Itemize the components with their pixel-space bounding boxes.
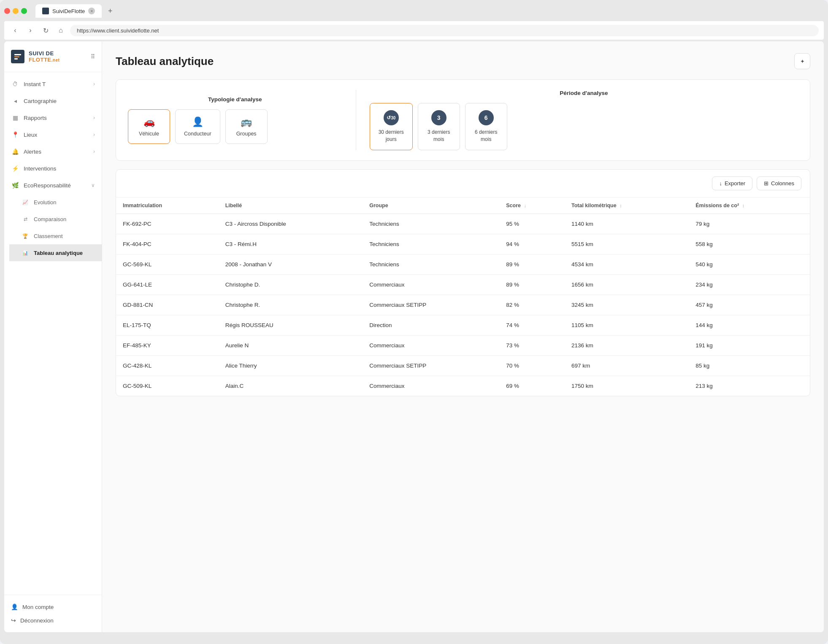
cell-immatriculation: GC-428-KL bbox=[116, 355, 219, 376]
active-tab[interactable]: SuiviDeFlotte × bbox=[35, 4, 102, 18]
cell-emissions: 558 kg bbox=[689, 234, 810, 254]
export-label: Exporter bbox=[725, 180, 745, 187]
table-body: FK-692-PCC3 - Aircross DisponibleTechnic… bbox=[116, 214, 810, 396]
cell-groupe: Commerciaux SETIPP bbox=[363, 295, 499, 315]
sidebar-logo-area: SUIVI DE FLOTTE.net ⠿ bbox=[4, 41, 102, 72]
col-score-label: Score bbox=[506, 203, 521, 208]
sidebar-label-tableau-analytique: Tableau analytique bbox=[34, 250, 95, 256]
typology-conducteur[interactable]: 👤 Conducteur bbox=[175, 109, 220, 144]
tab-close-button[interactable]: × bbox=[88, 8, 95, 14]
sidebar-item-interventions[interactable]: ⚡ Interventions bbox=[4, 160, 102, 177]
columns-button[interactable]: ⊞ Colonnes bbox=[757, 176, 801, 190]
sidebar-item-rapports[interactable]: ▦ Rapports › bbox=[4, 109, 102, 126]
reload-button[interactable]: ↻ bbox=[40, 24, 51, 36]
sidebar-item-comparaison[interactable]: ⇄ Comparaison bbox=[9, 211, 102, 227]
sidebar-label-interventions: Interventions bbox=[24, 165, 95, 172]
cell-libelle: C3 - Rémi.H bbox=[219, 234, 363, 254]
footer-label-mon-compte: Mon compte bbox=[22, 604, 54, 610]
period-group: Période d'analyse ↺30 30 derniersjours 3… bbox=[370, 90, 798, 150]
cell-emissions: 85 kg bbox=[689, 355, 810, 376]
footer-mon-compte[interactable]: 👤 Mon compte bbox=[11, 600, 95, 614]
cell-total_km: 2136 km bbox=[565, 335, 689, 355]
cell-total_km: 697 km bbox=[565, 355, 689, 376]
period-30j-icon: ↺30 bbox=[384, 110, 399, 125]
maximize-traffic-light[interactable] bbox=[21, 8, 27, 14]
col-immatriculation-label: Immatriculation bbox=[123, 203, 162, 208]
col-emissions[interactable]: Émissions de co² ↕ bbox=[689, 198, 810, 214]
chevron-right-icon: › bbox=[93, 81, 95, 87]
forward-button[interactable]: › bbox=[24, 24, 36, 36]
col-total-km-label: Total kilométrique bbox=[571, 203, 617, 208]
cell-emissions: 234 kg bbox=[689, 274, 810, 295]
col-score[interactable]: Score ↓ bbox=[499, 198, 565, 214]
traffic-lights bbox=[4, 8, 27, 14]
sidebar-label-comparaison: Comparaison bbox=[34, 216, 95, 222]
period-3m[interactable]: 3 3 derniersmois bbox=[418, 103, 460, 150]
col-total-km[interactable]: Total kilométrique ↕ bbox=[565, 198, 689, 214]
cell-groupe: Techniciens bbox=[363, 254, 499, 274]
cell-groupe: Direction bbox=[363, 315, 499, 335]
browser-window: SuiviDeFlotte × + ‹ › ↻ ⌂ SUIVI DE bbox=[0, 0, 828, 644]
cell-groupe: Commerciaux SETIPP bbox=[363, 355, 499, 376]
home-button[interactable]: ⌂ bbox=[55, 24, 67, 36]
logo-text: SUIVI DE FLOTTE.net bbox=[29, 50, 87, 63]
sidebar-navigation: ⏱ Instant T › ◂ Cartographie ▦ Rapports … bbox=[4, 72, 102, 595]
ecoresponsabilite-submenu: 📈 Evolution ⇄ Comparaison 🏆 Classement 📊… bbox=[4, 194, 102, 261]
sidebar-item-tableau-analytique[interactable]: 📊 Tableau analytique bbox=[9, 244, 102, 261]
close-traffic-light[interactable] bbox=[4, 8, 10, 14]
col-immatriculation: Immatriculation bbox=[116, 198, 219, 214]
new-tab-button[interactable]: + bbox=[103, 4, 117, 18]
table-section: ↓ Exporter ⊞ Colonnes Immatriculation bbox=[116, 169, 810, 396]
typology-title: Typologie d'analyse bbox=[128, 96, 342, 103]
table-row: GG-641-LEChristophe D.Commerciaux89 %165… bbox=[116, 274, 810, 295]
minimize-traffic-light[interactable] bbox=[13, 8, 19, 14]
sidebar-item-lieux[interactable]: 📍 Lieux › bbox=[4, 126, 102, 143]
sidebar-item-cartographie[interactable]: ◂ Cartographie bbox=[4, 92, 102, 109]
sidebar-label-lieux: Lieux bbox=[24, 132, 89, 138]
cell-immatriculation: GC-569-KL bbox=[116, 254, 219, 274]
logo-icon bbox=[11, 50, 24, 63]
sidebar-item-evolution[interactable]: 📈 Evolution bbox=[9, 194, 102, 211]
classement-icon: 🏆 bbox=[21, 232, 30, 240]
back-button[interactable]: ‹ bbox=[9, 24, 21, 36]
sidebar-item-instant-t[interactable]: ⏱ Instant T › bbox=[4, 76, 102, 92]
period-30j[interactable]: ↺30 30 derniersjours bbox=[370, 103, 413, 150]
sort-km-icon: ↕ bbox=[620, 203, 622, 208]
titlebar: SuiviDeFlotte × + bbox=[4, 4, 824, 18]
columns-icon: ⊞ bbox=[764, 180, 768, 187]
typology-vehicule[interactable]: 🚗 Véhicule bbox=[128, 109, 170, 144]
cell-score: 73 % bbox=[499, 335, 565, 355]
cell-score: 70 % bbox=[499, 355, 565, 376]
sidebar-item-classement[interactable]: 🏆 Classement bbox=[9, 227, 102, 244]
conducteur-label: Conducteur bbox=[184, 131, 211, 137]
cell-immatriculation: FK-404-PC bbox=[116, 234, 219, 254]
settings-button[interactable]: ✦ bbox=[794, 53, 810, 69]
period-3m-label: 3 derniersmois bbox=[428, 129, 450, 143]
period-6m[interactable]: 6 6 derniersmois bbox=[465, 103, 507, 150]
sidebar-item-ecoresponsabilite[interactable]: 🌿 EcoResponsabilité ∨ bbox=[4, 177, 102, 194]
grid-icon[interactable]: ⠿ bbox=[91, 53, 95, 60]
header-row: Immatriculation Libellé Groupe Score ↓ bbox=[116, 198, 810, 214]
cell-emissions: 144 kg bbox=[689, 315, 810, 335]
svg-rect-2 bbox=[14, 58, 18, 60]
cell-immatriculation: GG-641-LE bbox=[116, 274, 219, 295]
cell-groupe: Commerciaux bbox=[363, 274, 499, 295]
settings-icon: ✦ bbox=[800, 58, 805, 65]
table-row: GD-881-CNChristophe R.Commerciaux SETIPP… bbox=[116, 295, 810, 315]
ecoresponsabilite-icon: 🌿 bbox=[11, 181, 19, 189]
address-bar[interactable] bbox=[70, 25, 819, 36]
alertes-icon: 🔔 bbox=[11, 147, 19, 156]
typology-groupes[interactable]: 🚌 Groupes bbox=[225, 109, 268, 144]
footer-deconnexion[interactable]: ↪ Déconnexion bbox=[11, 614, 95, 627]
footer-label-deconnexion: Déconnexion bbox=[20, 617, 54, 624]
comparaison-icon: ⇄ bbox=[21, 215, 30, 223]
cell-groupe: Commerciaux bbox=[363, 335, 499, 355]
sidebar-item-alertes[interactable]: 🔔 Alertes › bbox=[4, 143, 102, 160]
instant-t-icon: ⏱ bbox=[11, 80, 19, 88]
cell-emissions: 213 kg bbox=[689, 376, 810, 396]
tab-favicon bbox=[42, 8, 49, 14]
app-container: SUIVI DE FLOTTE.net ⠿ ⏱ Instant T › ◂ Ca… bbox=[4, 41, 824, 632]
cell-libelle: Régis ROUSSEAU bbox=[219, 315, 363, 335]
table-row: GC-569-KL2008 - Jonathan VTechniciens89 … bbox=[116, 254, 810, 274]
export-button[interactable]: ↓ Exporter bbox=[712, 176, 752, 190]
